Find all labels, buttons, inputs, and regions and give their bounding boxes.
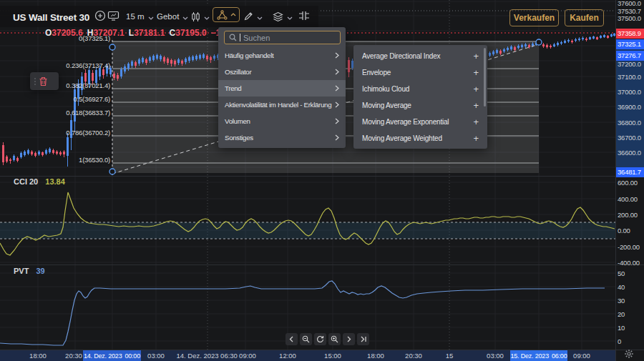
candle-body — [185, 59, 187, 62]
add-symbol-button[interactable] — [94, 10, 106, 21]
drawing-anchor-handle[interactable] — [109, 169, 115, 174]
candle-body — [156, 55, 158, 59]
submenu-item[interactable]: Moving Average Weighted+ — [353, 130, 487, 147]
candle-body — [131, 61, 133, 66]
candle-body — [492, 51, 494, 54]
pvt-legend[interactable]: PVT 39 — [14, 267, 45, 275]
fib-level-label: 0.618(36833.7) — [24, 109, 110, 117]
quote-type-dropdown[interactable]: Gebot — [157, 10, 188, 23]
candle-body — [124, 66, 126, 71]
candle-body — [203, 54, 205, 58]
interval-dropdown[interactable]: 15 m — [126, 10, 154, 23]
reset-view-button[interactable] — [314, 333, 326, 345]
candle-body — [52, 150, 54, 153]
trading-app: US Wall Street 30 15 m Gebot Verkaufen K… — [0, 0, 644, 361]
cci-axis-label: 0.00 — [618, 226, 630, 235]
chevron-down-icon — [148, 10, 154, 23]
candle-body — [553, 44, 555, 46]
add-indicator-icon[interactable]: + — [474, 84, 479, 94]
candle-body — [213, 56, 215, 59]
pvt-axis-label: 10 — [618, 323, 625, 332]
candle-body — [585, 39, 587, 40]
menu-item-sonstiges[interactable]: Sonstiges — [218, 129, 346, 146]
submenu-item[interactable]: Ichimoku Cloud+ — [353, 81, 487, 97]
candle-body — [499, 51, 502, 54]
time-axis-label: 03:00 — [487, 352, 504, 360]
scrollbar[interactable] — [484, 48, 486, 107]
add-indicator-icon[interactable]: + — [474, 117, 479, 127]
pvt-axis-label: 20 — [618, 310, 625, 319]
chevron-right-button[interactable] — [343, 333, 355, 345]
cci-legend[interactable]: CCI 20 13.84 — [14, 177, 65, 186]
layers-icon — [273, 11, 283, 21]
sell-button[interactable]: Verkaufen — [509, 9, 559, 26]
split-layout-button[interactable] — [298, 10, 310, 21]
price-axis-label: 36800.0 — [618, 118, 641, 127]
menu-item-label: Aktienvolatilität im Handel - Erklärung — [225, 101, 335, 109]
zoom-out-button[interactable] — [300, 333, 312, 345]
zoom-in-button[interactable] — [328, 333, 341, 345]
time-axis-label: 15:00 — [324, 352, 341, 360]
candle-body — [192, 56, 194, 60]
candle-body — [67, 137, 69, 156]
drawing-anchor-handle[interactable] — [109, 44, 115, 50]
submenu-item[interactable]: Moving Average+ — [353, 97, 487, 114]
candle-body — [84, 73, 87, 81]
pvt-axis-label: 30 — [618, 296, 625, 305]
submenu-item-label: Moving Average — [362, 102, 474, 109]
candle-body — [496, 50, 498, 53]
price-axis-label: 37325.1 — [616, 39, 644, 49]
split-layout-icon — [298, 10, 310, 21]
menu-item-trend[interactable]: Trend — [218, 80, 346, 97]
layers-dropdown[interactable] — [273, 10, 293, 23]
menu-item-haeufig[interactable]: Häufig gehandelt — [218, 47, 346, 64]
submenu-item[interactable]: Moving Average Exponential+ — [353, 114, 487, 130]
add-indicator-icon[interactable]: + — [474, 51, 479, 61]
gear-icon[interactable] — [624, 349, 634, 359]
symbol-title[interactable]: US Wall Street 30 — [13, 12, 89, 23]
candle-body — [6, 157, 8, 162]
time-axis-label: 09:00 — [239, 352, 256, 360]
text-cursor — [240, 34, 240, 41]
candle-body — [120, 69, 122, 76]
chevron-left-button[interactable] — [286, 333, 298, 345]
go-to-end-button[interactable] — [357, 333, 369, 345]
candle-body — [600, 36, 602, 38]
chart-type-monitor-button[interactable] — [107, 10, 119, 21]
search-input[interactable]: Suchen — [224, 31, 341, 44]
menu-item-aktienvolatilitaet[interactable]: Aktienvolatilität im Handel - Erklärung — [218, 97, 346, 113]
fib-level-label: 0.5(36927.6) — [24, 95, 110, 103]
menu-item-label: Trend — [225, 84, 335, 92]
candle-body — [517, 46, 519, 48]
buy-button[interactable]: Kaufen — [565, 9, 604, 26]
add-indicator-icon[interactable]: + — [474, 67, 479, 78]
drawing-anchor-handle[interactable] — [536, 39, 542, 45]
trash-icon[interactable] — [39, 76, 48, 86]
price-axis-label: 36600.0 — [618, 148, 641, 157]
submenu-item[interactable]: Average Directional Index+ — [353, 48, 487, 64]
candle-body — [596, 37, 598, 39]
drawing-tools-dropdown[interactable] — [243, 10, 263, 23]
chevron-down-icon — [182, 10, 188, 23]
candle-style-dropdown[interactable] — [191, 10, 210, 23]
indicators-button[interactable] — [213, 7, 240, 22]
submenu-item-label: Moving Average Weighted — [362, 134, 474, 142]
add-indicator-icon[interactable]: + — [474, 133, 479, 144]
menu-item-volumen[interactable]: Volumen — [218, 113, 346, 129]
candle-body — [42, 152, 44, 155]
submenu-item-label: Moving Average Exponential — [362, 118, 474, 126]
time-axis[interactable]: 14. Dez. 202300:0015. Dez. 202306:0018:0… — [0, 350, 615, 361]
cci-value: 13.84 — [45, 177, 65, 186]
time-axis-label: 15 — [446, 352, 454, 360]
add-indicator-icon[interactable]: + — [474, 100, 479, 111]
chevron-right-icon — [335, 102, 339, 108]
price-axis-label: 36900.0 — [618, 102, 641, 112]
candle-body — [170, 60, 172, 64]
candle-body — [135, 62, 137, 66]
submenu-item[interactable]: Envelope+ — [353, 64, 487, 81]
drag-handle[interactable] — [34, 78, 36, 85]
candle-body — [210, 57, 212, 60]
menu-item-oszillator[interactable]: Oszillator — [218, 64, 346, 80]
pvt-title: PVT — [14, 267, 29, 275]
drawing-floating-toolbar[interactable] — [30, 72, 59, 90]
